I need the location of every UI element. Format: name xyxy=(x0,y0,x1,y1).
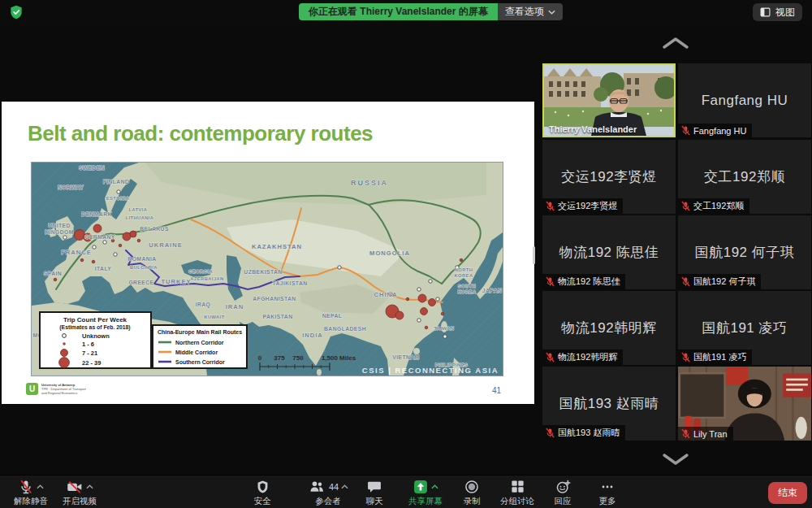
chevron-down-icon xyxy=(548,10,555,15)
scroll-up-chevron[interactable] xyxy=(659,36,692,50)
meeting-security-shield-icon[interactable] xyxy=(8,4,24,20)
map-label: AZERBAIJAN xyxy=(190,276,223,281)
participant-tile[interactable]: 物流192 陈思佳 物流192 陈思佳 xyxy=(542,215,676,289)
map-watermark: CSIS | RECONNECTING ASIA xyxy=(362,366,499,375)
map-label: LITHUANIA xyxy=(126,215,154,220)
map-label: KUWAIT xyxy=(204,315,224,319)
participant-badge: 交运192李贤煜 xyxy=(542,198,623,214)
record-icon xyxy=(464,479,480,495)
participant-tile[interactable]: 国航192 何子琪 国航192 何子琪 xyxy=(678,215,811,289)
svg-text:375: 375 xyxy=(274,354,285,362)
breakout-rooms-button[interactable]: 分组讨论 xyxy=(491,478,543,507)
top-bar: 你正在观看 Thierry Vanelslander 的屏幕 查看选项 视图 xyxy=(0,0,812,24)
svg-text:(Estimates as of Feb. 2018): (Estimates as of Feb. 2018) xyxy=(59,324,130,331)
muted-mic-icon xyxy=(546,201,555,211)
participant-badge: 交工192郑顺 xyxy=(678,198,749,214)
slide-title: Belt and road: contemporary routes xyxy=(28,121,373,146)
svg-text:0: 0 xyxy=(258,354,262,362)
map-label: GEORGIA xyxy=(188,269,214,274)
participant-tile[interactable]: 物流192韩明辉 物流192韩明辉 xyxy=(542,291,676,365)
map-label: TAJIKISTAN xyxy=(272,280,307,286)
watching-banner-text: 你正在观看 Thierry Vanelslander 的屏幕 xyxy=(299,3,498,20)
shared-screen-area: Belt and road: contemporary routes xyxy=(0,24,538,475)
muted-mic-icon xyxy=(546,352,555,363)
map-label: ITALY xyxy=(95,266,112,271)
chevron-up-icon[interactable] xyxy=(341,484,348,489)
svg-text:Unknown: Unknown xyxy=(82,332,110,340)
map-label: DENMARK xyxy=(81,211,112,217)
participant-tile[interactable]: 国航191 凌巧 国航191 凌巧 xyxy=(678,291,811,365)
unmute-button[interactable]: 解除静音 xyxy=(5,478,57,507)
map-label: SWEDEN xyxy=(79,165,105,171)
svg-text:Trip Count Per Week: Trip Count Per Week xyxy=(63,316,127,323)
map-label: UZBEKISTAN xyxy=(244,269,282,275)
participant-tile-lily[interactable]: Lily Tran xyxy=(678,367,811,441)
muted-mic-icon xyxy=(681,125,690,136)
map-label: BULGARIA xyxy=(130,265,158,270)
shield-icon xyxy=(255,479,270,495)
map-label: TURKEY xyxy=(161,278,191,285)
participant-tile[interactable]: 交运192李贤煜 交运192李贤煜 xyxy=(542,140,676,214)
map-label: AFGHANISTAN xyxy=(253,296,296,302)
participant-badge: Fangfang HU xyxy=(678,124,752,137)
chat-button[interactable]: 聊天 xyxy=(348,478,400,507)
chevron-up-icon[interactable] xyxy=(37,484,44,489)
university-logo-mark: U xyxy=(26,383,38,395)
map-label: FINLAND xyxy=(103,179,130,185)
map-label: BELARUS xyxy=(140,226,169,232)
panel-resize-handle[interactable] xyxy=(533,246,535,264)
map-label: KINGDOM xyxy=(45,229,74,235)
reactions-smiley-icon xyxy=(555,479,572,495)
map-label: NEPAL xyxy=(322,313,343,319)
participant-badge: Lily Tran xyxy=(678,427,733,441)
muted-mic-icon xyxy=(546,276,555,287)
map-label: INDIA xyxy=(302,332,323,339)
participant-tile[interactable]: 交工192郑顺 交工192郑顺 xyxy=(678,140,811,214)
map-label: NORTH xyxy=(455,267,473,272)
participant-tile[interactable]: 国航193 赵雨晴 国航193 赵雨晴 xyxy=(542,367,676,441)
participants-count: 44 xyxy=(329,482,339,492)
svg-text:Southern Corridor: Southern Corridor xyxy=(175,359,225,365)
view-button[interactable]: 视图 xyxy=(753,3,802,21)
more-dots-icon xyxy=(599,479,615,495)
start-video-button[interactable]: 开启视频 xyxy=(54,478,106,507)
participant-tile-thierry[interactable]: Thierry Vanelslander xyxy=(542,63,676,137)
map-label: FRANCE xyxy=(61,249,92,256)
participant-tile[interactable]: Fangfang HU Fangfang HU xyxy=(678,63,811,137)
map-label: IRAN xyxy=(226,303,244,310)
muted-mic-icon xyxy=(681,201,690,211)
map-label: ESTONIA xyxy=(106,196,130,201)
map-label: MONGOLIA xyxy=(369,250,410,257)
slide-page-number: 41 xyxy=(492,386,501,395)
svg-text:22 - 39: 22 - 39 xyxy=(82,359,101,367)
svg-text:Middle Corridor: Middle Corridor xyxy=(175,350,218,355)
participants-video-panel: Thierry Vanelslander Fangfang HU Fangfan… xyxy=(538,24,812,475)
record-button[interactable]: 录制 xyxy=(446,478,498,507)
map-label: CHINA xyxy=(374,291,397,298)
legend-trip-count: Trip Count Per Week (Estimates as of Feb… xyxy=(40,312,151,368)
meeting-toolbar: 解除静音 开启视频 安全 xyxy=(0,475,812,508)
camera-off-icon xyxy=(66,479,84,495)
rail-routes-map: NORWAY SWEDEN FINLAND ESTONIA LATVIA LIT… xyxy=(31,162,503,376)
svg-text:Northern Corridor: Northern Corridor xyxy=(175,340,224,345)
scroll-down-chevron[interactable] xyxy=(659,452,692,467)
presentation-slide: Belt and road: contemporary routes xyxy=(2,102,534,404)
end-meeting-button[interactable]: 结束 xyxy=(768,482,807,504)
svg-text:750: 750 xyxy=(292,354,304,362)
mic-muted-icon xyxy=(18,479,34,495)
map-label: TAIWAN xyxy=(434,326,455,331)
map-label: SOUTH xyxy=(458,284,476,289)
participant-badge: Thierry Vanelslander xyxy=(544,123,642,136)
map-label: BANGLADESH xyxy=(324,326,366,332)
chevron-up-icon[interactable] xyxy=(86,484,93,489)
chevron-up-icon[interactable] xyxy=(431,484,438,489)
muted-mic-icon xyxy=(681,276,690,287)
svg-text:7 - 21: 7 - 21 xyxy=(82,350,97,357)
svg-text:China-Europe Main Rail Routes: China-Europe Main Rail Routes xyxy=(158,329,242,336)
participant-badge: 物流192韩明辉 xyxy=(542,350,623,365)
watching-banner: 你正在观看 Thierry Vanelslander 的屏幕 查看选项 xyxy=(299,3,563,20)
security-button[interactable]: 安全 xyxy=(236,478,288,507)
view-options-button[interactable]: 查看选项 xyxy=(498,3,563,20)
more-button[interactable]: 更多 xyxy=(581,478,633,507)
map-label: KOREA xyxy=(458,289,477,294)
